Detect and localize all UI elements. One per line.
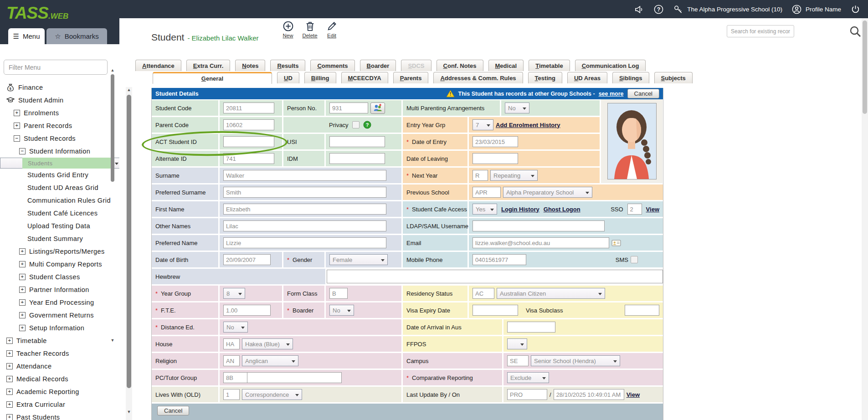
sidebar-item-student-ud-areas-grid[interactable]: Student UD Areas Grid xyxy=(0,181,109,194)
tab-results[interactable]: Results xyxy=(270,60,305,71)
collapse-icon[interactable]: − xyxy=(14,135,20,142)
next-year-code-input[interactable] xyxy=(473,170,488,181)
help-button[interactable]: ? xyxy=(653,4,664,15)
hewbrew-input[interactable] xyxy=(327,270,663,283)
sidebar-item-student-cafe-licences[interactable]: Student Café Licences xyxy=(0,207,109,220)
last-update-view-link[interactable]: View xyxy=(627,391,640,398)
tab-addresses-comm-rules[interactable]: Addresses & Comm. Rules xyxy=(433,72,523,83)
sidebar-scroll-down[interactable]: ▼ xyxy=(109,338,116,343)
expand-icon[interactable]: + xyxy=(6,338,13,344)
expand-icon[interactable]: + xyxy=(19,325,26,331)
sidebar-item-year-end-processing[interactable]: +Year End Processing xyxy=(0,296,109,309)
form-class-input[interactable] xyxy=(329,288,348,299)
sidebar-item-academic-reporting[interactable]: +Academic Reporting xyxy=(0,385,109,398)
edit-button[interactable]: Edit xyxy=(322,20,342,38)
sidebar-item-attendance[interactable]: +Attendance xyxy=(0,360,109,373)
expand-icon[interactable]: + xyxy=(6,363,13,369)
privacy-help-icon[interactable]: ? xyxy=(363,121,371,129)
multi-parenting-select[interactable]: No xyxy=(505,102,529,113)
sidebar-item-teacher-records[interactable]: +Teacher Records xyxy=(0,347,109,360)
expand-icon[interactable]: + xyxy=(6,376,13,382)
year-group-select[interactable]: 8 xyxy=(223,288,245,299)
school-selector[interactable]: The Alpha Progressive School (10) xyxy=(673,4,782,15)
expand-icon[interactable]: + xyxy=(19,261,26,267)
sidebar-item-listings-reports-merges[interactable]: +Listings/Reports/Merges xyxy=(0,245,109,258)
tab-extra-curr[interactable]: Extra Curr. xyxy=(186,60,230,71)
sidebar-item-student-admin[interactable]: Student Admin xyxy=(0,94,109,107)
sidebar-item-multi-company-reports[interactable]: +Multi Company Reports xyxy=(0,258,109,271)
cancel-button-header[interactable]: Cancel xyxy=(627,89,659,98)
arrival-aus-input[interactable] xyxy=(507,322,555,333)
lives-with-code-input[interactable] xyxy=(223,389,240,400)
sidebar-item-past-students[interactable]: +Past Students xyxy=(0,411,109,420)
cancel-button-footer[interactable]: Cancel xyxy=(157,406,189,415)
usi-input[interactable] xyxy=(329,136,385,147)
sidebar-item-student-summary[interactable]: Student Summary xyxy=(0,232,109,245)
tab-subjects[interactable]: Subjects xyxy=(654,72,693,83)
pc-tutor-input[interactable] xyxy=(247,372,342,383)
tab-testing[interactable]: Testing xyxy=(528,72,562,83)
form-scrollbar[interactable]: ▲ ▼ xyxy=(126,87,132,420)
sso-input[interactable] xyxy=(627,204,642,215)
sidebar-item-extra-curricular[interactable]: +Extra Curricular xyxy=(0,398,109,411)
tab-comments[interactable]: Comments xyxy=(310,60,354,71)
cafe-access-select[interactable]: Yes xyxy=(473,204,497,215)
religion-code-input[interactable] xyxy=(223,355,240,366)
act-student-id-input[interactable] xyxy=(223,136,274,147)
distance-ed-select[interactable]: No xyxy=(223,322,248,333)
visa-expiry-input[interactable] xyxy=(473,305,518,316)
entry-year-select[interactable]: 7 xyxy=(473,119,493,130)
tab-attendance[interactable]: Attendance xyxy=(135,60,181,71)
filter-menu-input[interactable] xyxy=(4,60,108,75)
page-scrollbar-thumb[interactable] xyxy=(863,20,867,114)
sidebar-item-setup-information[interactable]: +Setup Information xyxy=(0,322,109,334)
alternate-id-input[interactable] xyxy=(223,153,274,164)
date-of-birth-input[interactable] xyxy=(223,254,271,265)
date-of-leaving-input[interactable] xyxy=(473,153,518,164)
scroll-down-arrow[interactable]: ▼ xyxy=(126,410,132,414)
sidebar-item-students[interactable]: Students xyxy=(0,158,122,169)
sidebar-item-partner-information[interactable]: +Partner Information xyxy=(0,283,109,296)
tab-billing[interactable]: Billing xyxy=(304,72,336,83)
add-enrolment-history-link[interactable]: Add Enrolment History xyxy=(496,122,560,128)
ldap-username-input[interactable] xyxy=(473,220,605,231)
visa-subclass-input[interactable] xyxy=(625,305,659,316)
new-button[interactable]: New xyxy=(278,20,298,38)
sidebar-item-students-grid-entry[interactable]: Students Grid Entry xyxy=(0,169,109,181)
campus-code-input[interactable] xyxy=(507,355,529,366)
date-of-entry-input[interactable] xyxy=(473,136,518,147)
sso-view-link[interactable]: View xyxy=(646,206,659,213)
sidebar-item-student-records[interactable]: −Student Records xyxy=(0,132,109,145)
login-history-link[interactable]: Login History xyxy=(501,206,539,213)
other-names-input[interactable] xyxy=(223,220,386,231)
tab-boarder[interactable]: Boarder xyxy=(360,60,396,71)
sidebar-scroll-up[interactable]: ▲ xyxy=(109,68,116,72)
expand-icon[interactable]: + xyxy=(6,414,13,420)
residency-code-input[interactable] xyxy=(473,288,494,299)
tab-general[interactable]: General xyxy=(153,72,272,84)
last-update-by-input[interactable] xyxy=(507,389,547,400)
ffpos-select[interactable] xyxy=(507,338,527,349)
email-input[interactable] xyxy=(473,237,609,248)
logout-button[interactable] xyxy=(850,4,861,15)
gender-select[interactable]: Female xyxy=(329,254,388,265)
boarder-select[interactable]: No xyxy=(329,305,354,316)
sidebar-item-timetable[interactable]: +Timetable xyxy=(0,334,109,347)
search-input[interactable] xyxy=(727,25,794,37)
sidebar-scrollbar-thumb[interactable] xyxy=(111,74,114,182)
sidebar-item-finance[interactable]: $ Finance xyxy=(0,81,109,94)
expand-icon[interactable]: + xyxy=(6,401,13,408)
expand-icon[interactable]: + xyxy=(19,248,26,255)
fte-input[interactable] xyxy=(223,305,271,316)
tab-ud-areas[interactable]: UD Areas xyxy=(567,72,607,83)
surname-input[interactable] xyxy=(223,170,386,181)
scroll-up-arrow[interactable]: ▲ xyxy=(126,88,132,92)
sidebar-item-communication-rules-grid[interactable]: Communication Rules Grid xyxy=(0,194,109,207)
form-scrollbar-thumb[interactable] xyxy=(127,95,131,388)
first-name-input[interactable] xyxy=(223,204,386,215)
lives-with-select[interactable]: Correspondence xyxy=(242,389,302,400)
expand-icon[interactable]: + xyxy=(19,312,26,318)
preferred-surname-input[interactable] xyxy=(223,187,386,198)
expand-icon[interactable]: + xyxy=(6,350,13,357)
expand-icon[interactable]: + xyxy=(19,274,26,280)
